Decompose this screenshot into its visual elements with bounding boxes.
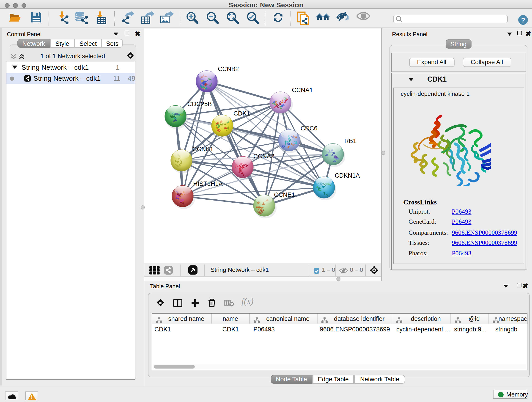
svg-text:CDC25B: CDC25B: [187, 101, 212, 108]
svg-text:HIST1H1A: HIST1H1A: [193, 180, 222, 187]
svg-text:CCNB1: CCNB1: [192, 146, 213, 153]
svg-text:CDK1: CDK1: [233, 110, 250, 117]
svg-text:CCNA1: CCNA1: [292, 87, 313, 94]
svg-text:CCNE1: CCNE1: [274, 191, 295, 198]
svg-text:RB1: RB1: [344, 138, 356, 144]
svg-text:CCNA2: CCNA2: [253, 153, 274, 160]
svg-text:CDC6: CDC6: [300, 125, 317, 132]
svg-text:CCNB2: CCNB2: [218, 65, 239, 72]
svg-text:CDKN1A: CDKN1A: [335, 172, 360, 179]
